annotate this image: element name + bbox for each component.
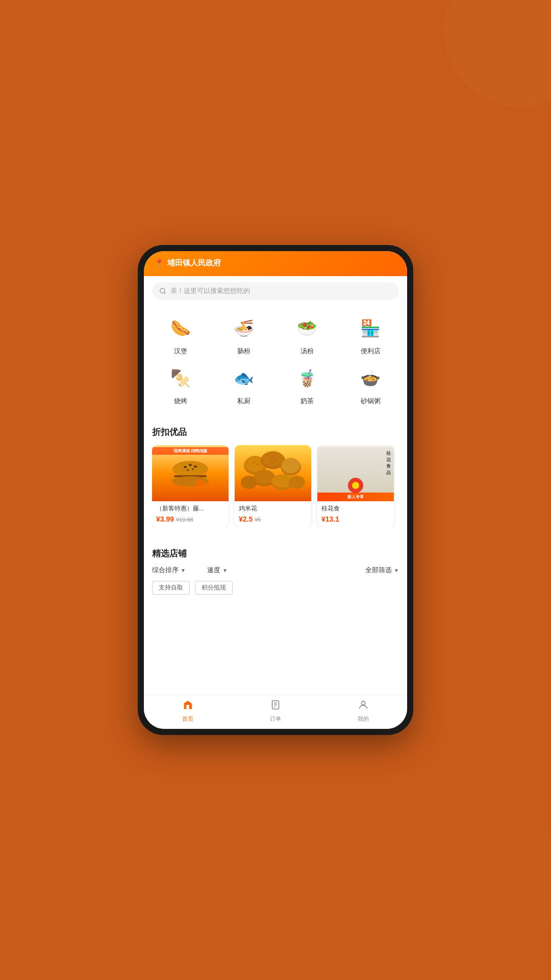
product-name-3: 桂花食 (321, 504, 390, 513)
sort-arrow-icon: ▼ (181, 568, 186, 573)
congee-label: 砂锅粥 (361, 397, 381, 406)
product-info-2: 鸡米花 ¥2.5 ¥5 (235, 501, 311, 527)
svg-point-26 (271, 456, 273, 458)
bbq-icon: 🍢 (166, 364, 195, 393)
discount-section: 折扣优品 现烤满福 鸡鸭鸡腿 (144, 418, 407, 535)
soup-noodle-icon: 🥗 (293, 314, 321, 342)
filter-speed-label: 速度 (207, 566, 220, 575)
rice-noodle-icon: 🍜 (230, 314, 258, 342)
store-section: 精选店铺 综合排序 ▼ 速度 ▼ 全部筛选 ▼ 支 (144, 540, 407, 603)
price-row-3: ¥13.1 (321, 515, 390, 523)
product-img-2 (235, 445, 311, 501)
product-img-1: 现烤满福 鸡鸭鸡腿 (152, 445, 229, 501)
svg-point-32 (361, 701, 365, 705)
tag-self-pickup[interactable]: 支持自取 (152, 581, 190, 595)
category-item-bbq[interactable]: 🍢 烧烤 (149, 364, 212, 406)
search-container: 亲！这里可以搜索您想吃的 (144, 276, 407, 306)
svg-point-11 (196, 479, 205, 487)
svg-point-15 (262, 451, 284, 467)
category-item-congee[interactable]: 🍲 砂锅粥 (339, 364, 402, 406)
svg-point-24 (253, 461, 255, 463)
svg-point-27 (274, 458, 277, 460)
speed-arrow-icon: ▼ (222, 568, 228, 573)
convenience-label: 便利店 (361, 347, 381, 356)
rice-noodle-label: 肠粉 (237, 347, 251, 356)
profile-icon (358, 699, 369, 714)
bbq-label: 烧烤 (174, 397, 187, 406)
location-bar[interactable]: 📍 埔田镇人民政府 (154, 258, 397, 268)
price-original-2: ¥5 (255, 517, 261, 523)
svg-point-3 (184, 466, 187, 468)
soup-noodle-label: 汤粉 (300, 347, 314, 356)
nav-profile[interactable]: 我的 (319, 699, 407, 723)
svg-point-2 (172, 461, 208, 477)
milk-tea-icon: 🧋 (293, 364, 321, 393)
convenience-icon: 🏪 (356, 314, 385, 342)
svg-point-17 (282, 458, 300, 473)
orders-icon (270, 699, 281, 714)
price-original-1: ¥10.88 (176, 517, 193, 523)
app-container: 📍 埔田镇人民政府 亲！这里可以搜索您想吃的 🌭 汉堡 (144, 251, 407, 729)
search-bar[interactable]: 亲！这里可以搜索您想吃的 (152, 282, 399, 300)
new-user-badge: 新人专享 (317, 493, 394, 501)
svg-line-1 (164, 292, 166, 294)
scroll-content: 🌭 汉堡 🍜 肠粉 🥗 汤粉 🏪 便利店 (144, 306, 407, 695)
product-img-3: 桂花食品 新人专享 (317, 445, 394, 501)
filter-all-label: 全部筛选 (365, 566, 392, 575)
category-item-milk-tea[interactable]: 🧋 奶茶 (276, 364, 339, 406)
nav-home[interactable]: 首页 (144, 699, 232, 723)
svg-point-4 (189, 464, 192, 466)
product-info-3: 桂花食 ¥13.1 (317, 501, 394, 527)
svg-point-23 (289, 476, 305, 489)
private-kitchen-label: 私厨 (237, 397, 251, 406)
home-icon (182, 699, 193, 714)
discount-title: 折扣优品 (152, 426, 399, 438)
product-card-2[interactable]: 鸡米花 ¥2.5 ¥5 (235, 445, 311, 527)
osmanthus-food-img: 桂花食品 新人专享 (317, 445, 394, 501)
product-card-3[interactable]: 桂花食品 新人专享 桂花食 ¥13.1 (317, 445, 394, 527)
location-text: 埔田镇人民政府 (167, 258, 221, 268)
category-section: 🌭 汉堡 🍜 肠粉 🥗 汤粉 🏪 便利店 (144, 306, 407, 414)
home-label: 首页 (182, 715, 193, 723)
store-title: 精选店铺 (152, 548, 399, 559)
filter-all[interactable]: 全部筛选 ▼ (365, 566, 399, 575)
svg-point-0 (160, 288, 165, 293)
category-item-soup-noodle[interactable]: 🥗 汤粉 (276, 314, 339, 356)
price-current-2: ¥2.5 (239, 515, 253, 523)
category-item-private-kitchen[interactable]: 🐟 私厨 (212, 364, 276, 406)
product-card-1[interactable]: 现烤满福 鸡鸭鸡腿 (152, 445, 229, 527)
product-name-1: （新客特惠）藤... (156, 504, 224, 513)
price-current-3: ¥13.1 (321, 515, 339, 523)
burger-svg (170, 458, 211, 488)
milk-tea-label: 奶茶 (300, 397, 314, 406)
product-name-2: 鸡米花 (239, 504, 307, 513)
category-grid: 🌭 汉堡 🍜 肠粉 🥗 汤粉 🏪 便利店 (149, 314, 402, 406)
svg-point-22 (241, 476, 257, 489)
chicken-food-img (235, 445, 311, 501)
burger-label: 汉堡 (174, 347, 187, 356)
bottom-nav: 首页 订单 (144, 695, 407, 729)
product-info-1: （新客特惠）藤... ¥3.99 ¥10.88 (152, 501, 229, 527)
category-item-rice-noodle[interactable]: 🍜 肠粉 (212, 314, 276, 356)
filter-row: 综合排序 ▼ 速度 ▼ 全部筛选 ▼ (152, 566, 399, 575)
all-arrow-icon: ▼ (394, 568, 399, 573)
nav-orders[interactable]: 订单 (232, 699, 319, 723)
category-item-convenience[interactable]: 🏪 便利店 (339, 314, 402, 356)
product-list: 现烤满福 鸡鸭鸡腿 (152, 445, 399, 527)
burger-food-img: 现烤满福 鸡鸭鸡腿 (152, 445, 229, 501)
price-row-1: ¥3.99 ¥10.88 (156, 515, 224, 523)
filter-sort[interactable]: 综合排序 ▼ (152, 566, 193, 575)
location-pin-icon: 📍 (154, 258, 164, 268)
svg-point-25 (257, 463, 259, 465)
svg-point-7 (192, 469, 194, 470)
search-icon (159, 287, 166, 295)
burger-icon: 🌭 (166, 314, 195, 342)
private-kitchen-icon: 🐟 (230, 364, 258, 393)
filter-speed[interactable]: 速度 ▼ (207, 566, 235, 575)
orders-label: 订单 (270, 715, 281, 723)
osmanthus-text: 桂花食品 (386, 450, 391, 476)
congee-icon: 🍲 (356, 364, 385, 393)
phone-frame: 📍 埔田镇人民政府 亲！这里可以搜索您想吃的 🌭 汉堡 (138, 245, 413, 735)
category-item-burger[interactable]: 🌭 汉堡 (149, 314, 212, 356)
tag-points[interactable]: 积分抵现 (195, 581, 233, 595)
